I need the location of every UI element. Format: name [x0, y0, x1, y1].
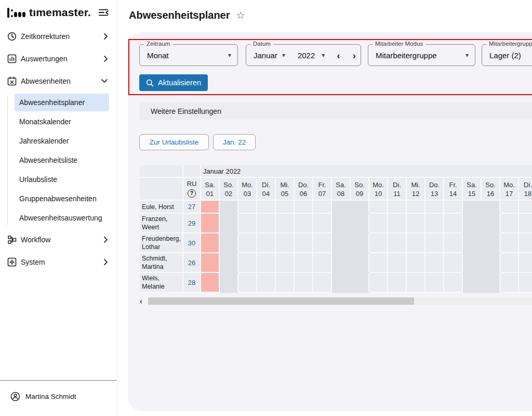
calendar-cell-02[interactable]: [219, 272, 238, 292]
sidebar-subitem-urlaubsliste[interactable]: Urlaubsliste: [15, 171, 109, 188]
calendar-cell-03[interactable]: [238, 272, 257, 292]
calendar-cell-08[interactable]: [331, 213, 350, 233]
calendar-cell-13[interactable]: [425, 233, 444, 253]
prev-month-button[interactable]: ‹: [337, 50, 340, 60]
sidebar-subitem-monatskalender[interactable]: Monatskalender: [15, 113, 109, 131]
settings-expander[interactable]: Weitere Einstellungen: [139, 102, 532, 120]
sidebar-subitem-abwesenheitsliste[interactable]: Abwesenheitsliste: [15, 151, 109, 169]
calendar-cell-09[interactable]: [350, 200, 369, 213]
calendar-cell-15[interactable]: [462, 233, 481, 253]
scrollbar-track[interactable]: [414, 297, 532, 305]
help-icon[interactable]: ?: [188, 189, 196, 198]
calendar-cell-12[interactable]: [406, 253, 425, 272]
sidebar-subitem-abwesenheitsplaner[interactable]: Abwesenheitsplaner: [15, 94, 109, 111]
calendar-cell-17[interactable]: [500, 200, 518, 213]
calendar-cell-14[interactable]: [444, 272, 462, 292]
calendar-cell-07[interactable]: [313, 200, 331, 213]
calendar-cell-02[interactable]: [219, 253, 238, 272]
calendar-cell-11[interactable]: [388, 200, 406, 213]
calendar-cell-07[interactable]: [313, 233, 331, 253]
calendar-cell-04[interactable]: [257, 200, 275, 213]
calendar-cell-01[interactable]: [201, 253, 219, 272]
calendar-cell-07[interactable]: [313, 253, 331, 272]
calendar-cell-05[interactable]: [275, 213, 294, 233]
sidebar-subitem-jahreskalender[interactable]: Jahreskalender: [15, 132, 109, 150]
sidebar-item-zeitkorrekturen[interactable]: Zeitkorrekturen: [0, 25, 117, 47]
calendar-cell-05[interactable]: [275, 200, 294, 213]
calendar-cell-10[interactable]: [369, 213, 388, 233]
calendar-cell-16[interactable]: [481, 233, 500, 253]
month-shortcut-button[interactable]: Jan. 22: [213, 134, 256, 150]
calendar-cell-08[interactable]: [331, 253, 350, 272]
calendar-cell-09[interactable]: [350, 253, 369, 272]
calendar-cell-14[interactable]: [444, 200, 462, 213]
calendar-cell-08[interactable]: [331, 200, 350, 213]
sidebar-item-system[interactable]: System: [0, 251, 117, 273]
calendar-cell-14[interactable]: [444, 213, 462, 233]
calendar-cell-12[interactable]: [406, 272, 425, 292]
sidebar-item-auswertungen[interactable]: Auswertungen: [0, 47, 117, 70]
calendar-cell-16[interactable]: [481, 200, 500, 213]
calendar-cell-11[interactable]: [388, 253, 406, 272]
calendar-cell-18[interactable]: [518, 233, 532, 253]
calendar-cell-15[interactable]: [462, 213, 481, 233]
user-menu[interactable]: Martina Schmidt: [10, 392, 117, 401]
favorite-star-icon[interactable]: ☆: [236, 10, 245, 20]
calendar-cell-15[interactable]: [462, 253, 481, 272]
calendar-cell-17[interactable]: [500, 233, 518, 253]
calendar-cell-15[interactable]: [462, 200, 481, 213]
calendar-cell-04[interactable]: [257, 272, 275, 292]
calendar-cell-01[interactable]: [201, 272, 219, 292]
calendar-cell-12[interactable]: [406, 200, 425, 213]
calendar-cell-18[interactable]: [518, 272, 532, 292]
calendar-cell-03[interactable]: [238, 200, 257, 213]
mitarbeiter-modus-select[interactable]: Mitarbeiter Modus Mitarbeitergruppe ▾: [368, 44, 475, 66]
sidebar-item-workflow[interactable]: Workflow: [0, 228, 117, 251]
calendar-cell-13[interactable]: [425, 272, 444, 292]
calendar-cell-10[interactable]: [369, 200, 388, 213]
calendar-cell-10[interactable]: [369, 253, 388, 272]
calendar-cell-02[interactable]: [219, 233, 238, 253]
sidebar-subitem-gruppenabwesenheiten[interactable]: Gruppenabwesenheiten: [15, 190, 109, 207]
calendar-cell-06[interactable]: [294, 200, 313, 213]
calendar-cell-08[interactable]: [331, 233, 350, 253]
calendar-cell-09[interactable]: [350, 233, 369, 253]
calendar-cell-06[interactable]: [294, 253, 313, 272]
calendar-cell-06[interactable]: [294, 233, 313, 253]
calendar-cell-05[interactable]: [275, 272, 294, 292]
calendar-cell-03[interactable]: [238, 213, 257, 233]
zeitraum-select[interactable]: Zeitraum Monat ▾: [139, 44, 238, 66]
calendar-cell-15[interactable]: [462, 272, 481, 292]
sidebar-subitem-abwesenheitsauswertung[interactable]: Abwesenheitsauswertung: [15, 209, 109, 227]
calendar-cell-13[interactable]: [425, 200, 444, 213]
calendar-cell-13[interactable]: [425, 253, 444, 272]
calendar-cell-04[interactable]: [257, 213, 275, 233]
calendar-cell-11[interactable]: [388, 233, 406, 253]
calendar-cell-17[interactable]: [500, 213, 518, 233]
calendar-cell-10[interactable]: [369, 272, 388, 292]
sidebar-item-abwesenheiten[interactable]: Abwesenheiten: [0, 70, 117, 92]
calendar-cell-16[interactable]: [481, 213, 500, 233]
calendar-cell-12[interactable]: [406, 213, 425, 233]
calendar-cell-02[interactable]: [219, 200, 238, 213]
calendar-cell-16[interactable]: [481, 253, 500, 272]
calendar-cell-05[interactable]: [275, 253, 294, 272]
calendar-cell-09[interactable]: [350, 272, 369, 292]
calendar-cell-14[interactable]: [444, 253, 462, 272]
calendar-cell-02[interactable]: [219, 213, 238, 233]
calendar-cell-13[interactable]: [425, 213, 444, 233]
calendar-cell-14[interactable]: [444, 233, 462, 253]
calendar-cell-18[interactable]: [518, 200, 532, 213]
calendar-cell-11[interactable]: [388, 213, 406, 233]
calendar-cell-01[interactable]: [201, 233, 219, 253]
scrollbar-thumb[interactable]: [148, 297, 414, 305]
to-vacation-list-button[interactable]: Zur Urlaubsliste: [139, 134, 209, 150]
sidebar-collapse-icon[interactable]: [98, 8, 109, 17]
calendar-cell-16[interactable]: [481, 272, 500, 292]
month-select[interactable]: Januar: [254, 51, 277, 60]
calendar-cell-06[interactable]: [294, 213, 313, 233]
calendar-cell-17[interactable]: [500, 272, 518, 292]
calendar-cell-07[interactable]: [313, 272, 331, 292]
calendar-cell-04[interactable]: [257, 253, 275, 272]
calendar-cell-03[interactable]: [238, 253, 257, 272]
